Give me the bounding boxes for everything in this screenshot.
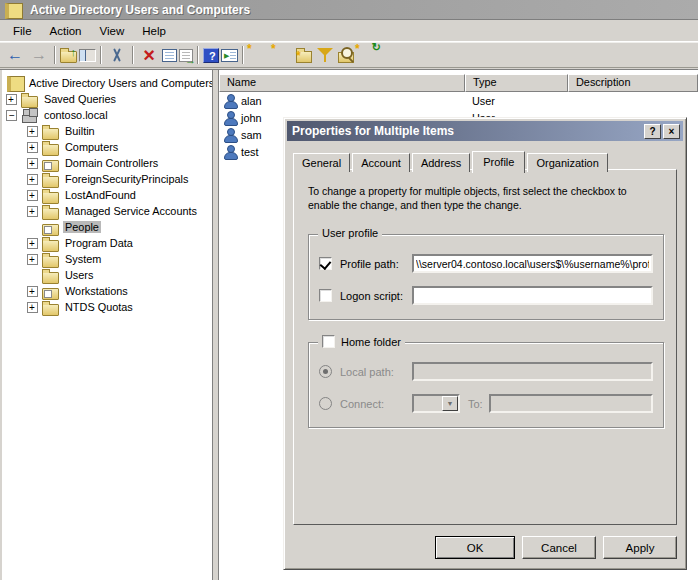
dialog-tabs: General Account Address Profile Organiza… <box>293 149 610 171</box>
action-pane-icon[interactable] <box>221 49 238 62</box>
logon-script-checkbox[interactable] <box>319 289 332 302</box>
connect-radio[interactable] <box>319 397 332 410</box>
tree-item-computers[interactable]: Computers <box>2 139 212 155</box>
dialog-description: To change a property for multiple object… <box>308 184 664 212</box>
tree-item-label[interactable]: Users <box>63 269 95 281</box>
tree-item-label[interactable]: LostAndFound <box>63 189 138 201</box>
tree-item-icon <box>21 108 38 122</box>
up-one-level-icon[interactable] <box>60 51 77 63</box>
local-path-radio[interactable] <box>319 365 332 378</box>
tree-item-root[interactable]: Active Directory Users and Computers <box>2 75 212 91</box>
dialog-close-button[interactable]: × <box>663 124 680 139</box>
tree-item-system[interactable]: System <box>2 251 212 267</box>
find-icon[interactable] <box>338 52 354 63</box>
cancel-button[interactable]: Cancel <box>522 536 596 559</box>
new-user-icon[interactable] <box>248 45 270 65</box>
logon-script-input[interactable] <box>412 286 653 305</box>
home-folder-checkbox[interactable] <box>322 335 335 348</box>
tree-item-label[interactable]: ForeignSecurityPrincipals <box>63 173 190 185</box>
tree-expander-icon[interactable] <box>27 302 38 313</box>
tree-item-label[interactable]: Active Directory Users and Computers <box>27 77 212 89</box>
tree-item-foreignsecurityprincipals[interactable]: ForeignSecurityPrincipals <box>2 171 212 187</box>
tree-expander-icon[interactable] <box>27 142 38 153</box>
tab-organization[interactable]: Organization <box>527 153 607 172</box>
dialog-help-button[interactable]: ? <box>644 124 661 139</box>
tree-item-domain-controllers[interactable]: Domain Controllers <box>2 155 212 171</box>
profile-path-input[interactable] <box>412 254 653 273</box>
tree-item-workstations[interactable]: Workstations <box>2 283 212 299</box>
menu-file[interactable]: File <box>4 23 41 39</box>
tree-item-lostandfound[interactable]: LostAndFound <box>2 187 212 203</box>
tree-expander-icon[interactable] <box>6 110 17 121</box>
tree-item-label[interactable]: NTDS Quotas <box>63 301 135 313</box>
tab-address[interactable]: Address <box>412 153 470 172</box>
tree-item-icon <box>6 76 23 90</box>
tree-expander-icon[interactable] <box>27 238 38 249</box>
tree-item-icon <box>42 300 59 314</box>
tree-item-ntds-quotas[interactable]: NTDS Quotas <box>2 299 212 315</box>
ok-button[interactable]: OK <box>435 536 515 559</box>
tree-item-program-data[interactable]: Program Data <box>2 235 212 251</box>
profile-path-checkbox[interactable] <box>319 257 332 270</box>
tree-item-saved-queries[interactable]: Saved Queries <box>2 91 212 107</box>
tab-account[interactable]: Account <box>352 153 410 172</box>
menu-help[interactable]: Help <box>133 23 175 39</box>
apply-button[interactable]: Apply <box>603 536 677 559</box>
tree-item-builtin[interactable]: Builtin <box>2 123 212 139</box>
aduc-window: Active Directory Users and Computers Fil… <box>0 0 698 580</box>
tree-item-label[interactable]: Workstations <box>63 285 130 297</box>
tree-item-people[interactable]: People <box>2 219 212 235</box>
user-icon <box>223 94 237 108</box>
cut-icon[interactable] <box>106 45 128 65</box>
toolbar-separator <box>100 46 102 64</box>
tree-item-contoso-local[interactable]: contoso.local <box>2 107 212 123</box>
tree-expander-icon[interactable] <box>27 174 38 185</box>
delete-icon[interactable] <box>138 45 160 65</box>
tab-profile[interactable]: Profile <box>472 151 525 173</box>
tree-item-label[interactable]: Domain Controllers <box>63 157 160 169</box>
column-header-description[interactable]: Description <box>568 74 698 92</box>
new-group-icon[interactable] <box>272 45 294 65</box>
menu-action[interactable]: Action <box>41 23 91 39</box>
tree-item-icon <box>42 124 59 138</box>
show-console-tree-icon[interactable] <box>79 49 96 62</box>
column-header-name[interactable]: Name <box>219 74 465 92</box>
tree-item-label[interactable]: Builtin <box>63 125 97 137</box>
user-name: john <box>241 112 262 124</box>
dialog-titlebar[interactable]: Properties for Multiple Items ? × <box>287 121 683 141</box>
tree-expander-icon[interactable] <box>27 286 38 297</box>
tree-item-icon <box>42 156 59 170</box>
tree-expander-icon[interactable] <box>27 206 38 217</box>
properties-icon[interactable] <box>162 49 177 62</box>
tree-item-managed-service-accounts[interactable]: Managed Service Accounts <box>2 203 212 219</box>
tree-item-label[interactable]: System <box>63 253 103 265</box>
toolbar-separator <box>54 46 56 64</box>
list-item[interactable]: alan User <box>219 92 698 109</box>
menu-view[interactable]: View <box>91 23 134 39</box>
profile-path-row: Profile path: <box>319 254 653 273</box>
tree-expander-icon[interactable] <box>27 126 38 137</box>
pane-splitter[interactable] <box>212 70 219 580</box>
column-header-type[interactable]: Type <box>465 74 568 92</box>
dropdown-arrow-icon[interactable]: ▼ <box>442 396 458 411</box>
tree-expander-icon[interactable] <box>6 94 17 105</box>
new-ou-icon[interactable] <box>296 51 312 63</box>
forward-icon[interactable] <box>28 45 50 65</box>
tree-item-label[interactable]: contoso.local <box>42 109 110 121</box>
export-list-icon[interactable] <box>179 49 193 62</box>
tree-item-users[interactable]: Users <box>2 267 212 283</box>
tree-item-label[interactable]: Managed Service Accounts <box>63 205 199 217</box>
back-icon[interactable] <box>4 45 26 65</box>
tree-expander-icon[interactable] <box>27 158 38 169</box>
tree-item-label[interactable]: People <box>63 221 101 233</box>
tree-item-label[interactable]: Computers <box>63 141 120 153</box>
filter-icon[interactable] <box>314 45 336 65</box>
tree-expander-icon[interactable] <box>27 190 38 201</box>
delegate-icon[interactable] <box>356 45 378 65</box>
tree-expander-icon[interactable] <box>27 254 38 265</box>
tree-item-label[interactable]: Saved Queries <box>42 93 118 105</box>
tree-item-label[interactable]: Program Data <box>63 237 135 249</box>
home-folder-group: Home folder Local path: Connect: ▼ To: <box>308 342 664 428</box>
tab-general[interactable]: General <box>293 153 350 172</box>
help-icon[interactable] <box>203 48 219 63</box>
